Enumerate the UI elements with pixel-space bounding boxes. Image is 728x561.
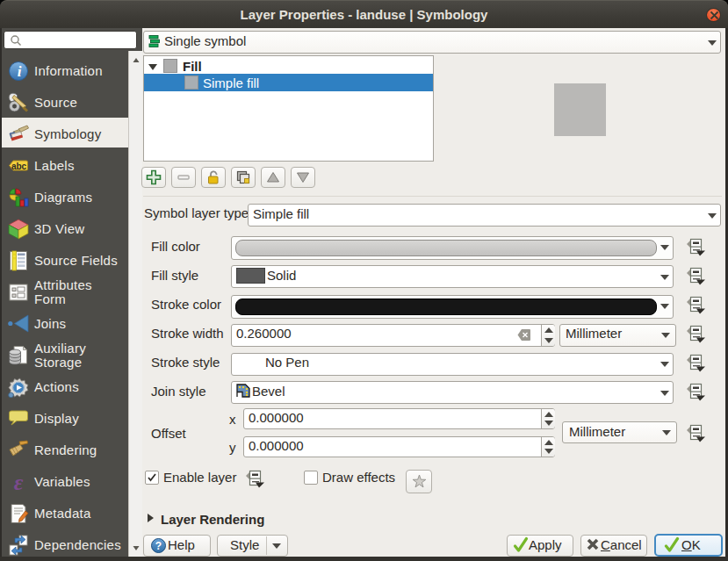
svg-text:i: i [18,63,22,80]
svg-text:ε: ε [14,471,24,493]
svg-text:?: ? [155,540,162,552]
svg-text:abc: abc [11,162,27,171]
